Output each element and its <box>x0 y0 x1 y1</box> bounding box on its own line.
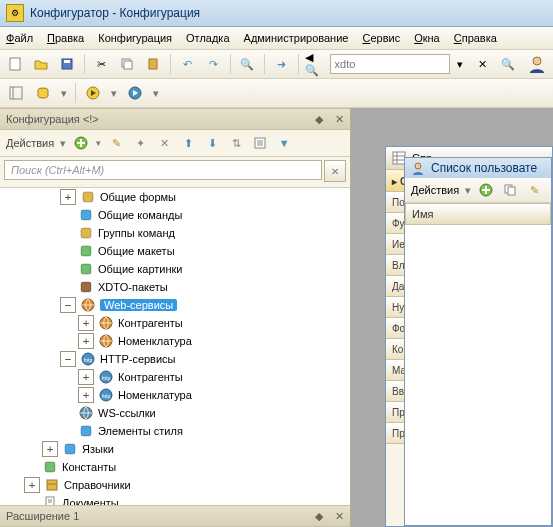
up-button[interactable]: ⬆ <box>179 134 197 152</box>
tree-node[interactable]: +Контрагенты <box>0 314 350 332</box>
users-subwindow[interactable]: Список пользовате Действия ▾ ✎ Имя <box>404 157 552 526</box>
menu-admin[interactable]: Администрирование <box>244 32 349 44</box>
tree-node[interactable]: Константы <box>0 458 350 476</box>
svg-rect-20 <box>81 246 91 256</box>
tree-node[interactable]: −httpHTTP-сервисы <box>0 350 350 368</box>
web-icon <box>98 315 114 331</box>
tmpl-icon <box>78 243 94 259</box>
search-clear-button[interactable]: ✕ <box>471 52 494 76</box>
tree-toggle[interactable]: + <box>78 369 94 385</box>
tree-node[interactable]: +httpНоменклатура <box>0 386 350 404</box>
new-button[interactable] <box>4 52 27 76</box>
save-button[interactable] <box>56 52 79 76</box>
tree-node[interactable]: Группы команд <box>0 224 350 242</box>
tree-toggle[interactable]: + <box>60 189 76 205</box>
tree-toggle[interactable]: + <box>24 477 40 493</box>
tree-node[interactable]: XDTO-пакеты <box>0 278 350 296</box>
panel-close-icon[interactable]: ✕ <box>332 112 346 126</box>
users-copy-button[interactable] <box>501 181 519 199</box>
tree-toggle[interactable]: − <box>60 351 76 367</box>
wand-button[interactable]: ✦ <box>131 134 149 152</box>
svg-rect-21 <box>81 264 91 274</box>
tree-node[interactable]: +Языки <box>0 440 350 458</box>
delete-button[interactable]: ✕ <box>155 134 173 152</box>
search-go-button[interactable]: 🔍 <box>497 52 520 76</box>
panel-pin-icon[interactable]: ◆ <box>312 112 326 126</box>
debug-dd-button[interactable]: ▾ <box>150 81 162 105</box>
tree-node[interactable]: Элементы стиля <box>0 422 350 440</box>
db-dd-button[interactable]: ▾ <box>58 81 70 105</box>
find-button[interactable]: 🔍 <box>236 52 259 76</box>
svg-rect-22 <box>81 282 91 292</box>
extension-panel-title: Расширение 1 <box>6 510 79 522</box>
search-dd-button[interactable]: ▾ <box>453 52 468 76</box>
svg-rect-0 <box>10 58 20 70</box>
users-edit-button[interactable]: ✎ <box>525 181 543 199</box>
actions-label[interactable]: Действия <box>6 137 54 149</box>
goto-button[interactable]: ➜ <box>270 52 293 76</box>
users-add-button[interactable] <box>477 181 495 199</box>
tree-toggle[interactable]: − <box>60 297 76 313</box>
filter-button[interactable]: ▼ <box>275 134 293 152</box>
tree-node[interactable]: +Справочники <box>0 476 350 494</box>
ext-pin-icon[interactable]: ◆ <box>312 509 326 523</box>
tree-toggle[interactable]: + <box>78 387 94 403</box>
cut-button[interactable]: ✂ <box>90 52 113 76</box>
db-button[interactable] <box>31 81 55 105</box>
toolbar-search-input[interactable] <box>330 54 450 74</box>
undo-button[interactable]: ↶ <box>176 52 199 76</box>
down-button[interactable]: ⬇ <box>203 134 221 152</box>
redo-button[interactable]: ↷ <box>202 52 225 76</box>
svg-rect-34 <box>65 444 75 454</box>
tree-search-clear[interactable]: ✕ <box>324 160 346 182</box>
svg-rect-35 <box>45 462 55 472</box>
users-column-name[interactable]: Имя <box>405 203 551 225</box>
tree-node[interactable]: Документы <box>0 494 350 505</box>
tree-node[interactable]: Общие команды <box>0 206 350 224</box>
run-dd-button[interactable]: ▾ <box>108 81 120 105</box>
debug-run-button[interactable] <box>123 81 147 105</box>
tree-node[interactable]: +httpКонтрагенты <box>0 368 350 386</box>
menu-debug[interactable]: Отладка <box>186 32 229 44</box>
tree-node[interactable]: −Web-сервисы <box>0 296 350 314</box>
list-button[interactable] <box>251 134 269 152</box>
run-button[interactable] <box>81 81 105 105</box>
sort-button[interactable]: ⇅ <box>227 134 245 152</box>
menu-config[interactable]: Конфигурация <box>98 32 172 44</box>
open-button[interactable] <box>30 52 53 76</box>
titlebar: ⚙ Конфигуратор - Конфигурация <box>0 0 553 27</box>
copy-button[interactable] <box>116 52 139 76</box>
menu-file[interactable]: Файл <box>6 32 33 44</box>
ext-close-icon[interactable]: ✕ <box>332 509 346 523</box>
tree-node[interactable]: Общие картинки <box>0 260 350 278</box>
tree-node[interactable]: Общие макеты <box>0 242 350 260</box>
tree-toggle[interactable]: + <box>78 333 94 349</box>
tree-toggle[interactable]: + <box>42 441 58 457</box>
toolbar-1: ✂ ↶ ↷ 🔍 ➜ ◀🔍 ▾ ✕ 🔍 <box>0 50 553 79</box>
menu-windows[interactable]: Окна <box>414 32 440 44</box>
tree-label: Документы <box>62 497 119 505</box>
xdto-icon <box>78 279 94 295</box>
edit-button[interactable]: ✎ <box>107 134 125 152</box>
right-window[interactable]: Спр ▸ОсПоФуИеВлДаНуФоКоМаВвПрПр Список п… <box>385 146 553 527</box>
menu-service[interactable]: Сервис <box>362 32 400 44</box>
user-icon[interactable] <box>526 52 549 76</box>
users-subwindow-title: Список пользовате <box>431 161 537 175</box>
menu-help[interactable]: Справка <box>454 32 497 44</box>
tree-search-input[interactable] <box>4 160 322 180</box>
menu-edit[interactable]: Правка <box>47 32 84 44</box>
cmd-icon <box>78 207 94 223</box>
svg-rect-48 <box>508 187 515 195</box>
tree-toggle[interactable]: + <box>78 315 94 331</box>
search-back-button[interactable]: ◀🔍 <box>304 52 327 76</box>
actions-bar: Действия ▾ ▾ ✎ ✦ ✕ ⬆ ⬇ ⇅ ▼ <box>0 130 350 157</box>
tree-node[interactable]: +Номенклатура <box>0 332 350 350</box>
add-button[interactable] <box>72 134 90 152</box>
tree-node[interactable]: +Общие формы <box>0 188 350 206</box>
config-panel-title: Конфигурация <!> <box>6 113 99 125</box>
config-tree[interactable]: +Общие формыОбщие командыГруппы командОб… <box>0 188 350 505</box>
tree-node[interactable]: WS-ссылки <box>0 404 350 422</box>
tree-button[interactable] <box>4 81 28 105</box>
users-actions-label[interactable]: Действия <box>411 184 459 196</box>
paste-button[interactable] <box>142 52 165 76</box>
